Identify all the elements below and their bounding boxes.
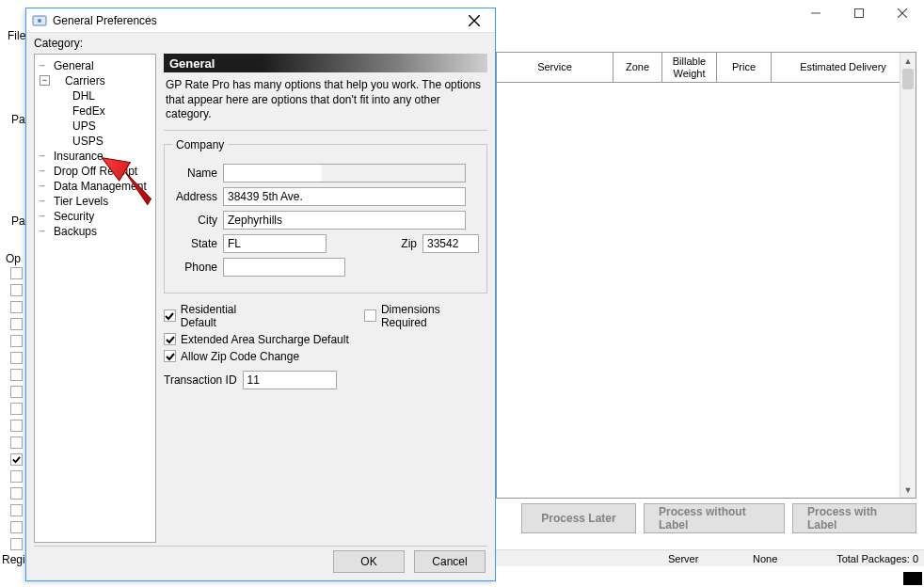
address-field[interactable] — [223, 187, 466, 206]
th-billable-weight[interactable]: Billable Weight — [662, 53, 717, 83]
process-with-label-button[interactable]: Process with Label — [792, 503, 916, 533]
dialog-close-button[interactable] — [459, 10, 489, 31]
row-allow-zip: Allow Zip Code Change — [164, 350, 487, 363]
company-fieldset: Company Name Address City State Zip Phon… — [164, 138, 487, 294]
option-checkbox-10[interactable] — [10, 436, 23, 449]
window-controls — [794, 0, 924, 26]
tree-item-general[interactable]: ····General — [37, 58, 153, 73]
tree-item-fedex[interactable]: FedEx — [37, 103, 153, 119]
address-label: Address — [172, 190, 217, 203]
process-later-button[interactable]: Process Later — [521, 503, 636, 533]
section-header: General — [164, 54, 487, 72]
transaction-id-row: Transaction ID — [164, 371, 487, 389]
tree-item-dhl[interactable]: DHL — [37, 88, 153, 103]
tree-item-insurance[interactable]: ····Insurance — [37, 149, 153, 164]
category-tree: ····General − Carriers DHL FedEx UPS USP… — [34, 54, 156, 543]
label-extended-area: Extended Area Surcharge Default — [181, 333, 349, 346]
city-label: City — [172, 214, 217, 227]
name-field[interactable] — [223, 164, 466, 182]
th-service[interactable]: Service — [497, 53, 613, 83]
dialog-bottom-separator — [34, 546, 487, 547]
tree-item-data-management[interactable]: ····Data Management — [37, 179, 153, 194]
option-checkbox-4[interactable] — [10, 335, 23, 347]
truncated-label-regi: Regi — [2, 553, 25, 566]
general-preferences-dialog: General Preferences Category: ····Genera… — [25, 8, 496, 581]
section-description: GP Rate Pro has many options that help y… — [166, 78, 486, 122]
cancel-button[interactable]: Cancel — [414, 550, 486, 573]
svg-point-5 — [38, 19, 41, 23]
right-pane: General GP Rate Pro has many options tha… — [164, 54, 487, 543]
status-server-label: Server — [668, 553, 698, 564]
rates-table: Service Zone Billable Weight Price Estim… — [496, 52, 916, 499]
th-zone[interactable]: Zone — [613, 53, 662, 83]
transaction-id-field[interactable] — [243, 371, 337, 389]
truncated-label-pa-1: Pa — [11, 113, 25, 126]
category-label: Category: — [34, 37, 487, 50]
tree-expander-icon[interactable]: − — [40, 75, 50, 86]
tree-item-backups[interactable]: ····Backups — [37, 224, 153, 239]
status-total-packages-value: 0 — [913, 553, 918, 564]
tree-item-ups[interactable]: UPS — [37, 119, 153, 134]
options-checkbox-column — [10, 267, 23, 550]
state-field[interactable] — [223, 234, 327, 253]
option-checkbox-2[interactable] — [10, 301, 23, 313]
checkbox-dimensions-required[interactable] — [364, 309, 376, 322]
tree-item-usps[interactable]: USPS — [37, 134, 153, 149]
dialog-titlebar: General Preferences — [26, 8, 495, 33]
dialog-button-row: OK Cancel — [333, 550, 486, 573]
scroll-up-icon[interactable]: ▲ — [900, 53, 916, 69]
tree-item-carriers[interactable]: − Carriers — [37, 73, 153, 88]
option-checkbox-9[interactable] — [10, 420, 23, 432]
dialog-icon — [32, 13, 47, 28]
checkbox-allow-zip[interactable] — [164, 350, 176, 362]
option-checkbox-14[interactable] — [10, 504, 23, 516]
zip-label: Zip — [372, 237, 417, 250]
scroll-thumb[interactable] — [902, 69, 914, 89]
city-field[interactable] — [223, 211, 466, 230]
process-without-label-button[interactable]: Process without Label — [644, 503, 785, 533]
divider — [164, 130, 487, 131]
tree-item-drop-off-receipt[interactable]: ····Drop Off Receipt — [37, 164, 153, 179]
option-checkbox-1[interactable] — [10, 284, 23, 296]
table-scrollbar[interactable]: ▲ ▼ — [900, 53, 916, 498]
phone-field[interactable] — [223, 258, 345, 277]
action-button-row: Process Later Process without Label Proc… — [522, 503, 916, 535]
option-checkbox-8[interactable] — [10, 403, 23, 415]
option-checkbox-3[interactable] — [10, 318, 23, 330]
table-header-row: Service Zone Billable Weight Price Estim… — [497, 53, 916, 83]
option-checkbox-13[interactable] — [10, 487, 23, 500]
scroll-down-icon[interactable]: ▼ — [900, 482, 916, 498]
company-legend: Company — [172, 138, 228, 151]
name-label: Name — [172, 167, 217, 180]
label-allow-zip: Allow Zip Code Change — [181, 350, 299, 363]
option-checkbox-0[interactable] — [10, 267, 23, 279]
label-dimensions-required: Dimensions Required — [381, 303, 487, 329]
maximize-button[interactable] — [837, 0, 881, 26]
checkbox-extended-area[interactable] — [164, 333, 176, 345]
th-price[interactable]: Price — [717, 53, 772, 83]
option-checkbox-5[interactable] — [10, 352, 23, 364]
phone-label: Phone — [172, 261, 217, 274]
svg-rect-1 — [855, 9, 864, 18]
tree-item-tier-levels[interactable]: ····Tier Levels — [37, 194, 153, 209]
row-extended-area: Extended Area Surcharge Default — [164, 333, 487, 346]
app-root: File Pa Pa Op Regi Service Zone Billable… — [0, 0, 924, 587]
truncated-label-pa-2: Pa — [11, 214, 25, 228]
status-server-value: None — [753, 553, 777, 564]
ok-button[interactable]: OK — [333, 550, 405, 573]
dialog-title: General Preferences — [53, 14, 459, 27]
checkbox-residential-default[interactable] — [164, 309, 176, 322]
th-estimated-delivery[interactable]: Estimated Delivery — [772, 53, 916, 83]
main-close-button[interactable] — [881, 0, 924, 26]
dialog-body: Category: ····General − Carriers DHL Fed… — [34, 37, 487, 543]
option-checkbox-12[interactable] — [10, 470, 23, 483]
status-total-packages: Total Packages: 0 — [836, 553, 918, 564]
option-checkbox-15[interactable] — [10, 521, 23, 533]
option-checkbox-7[interactable] — [10, 386, 23, 398]
option-checkbox-6[interactable] — [10, 369, 23, 381]
option-checkbox-16[interactable] — [10, 538, 23, 550]
option-checkbox-11[interactable] — [10, 453, 23, 466]
minimize-button[interactable] — [794, 0, 837, 26]
tree-item-security[interactable]: ····Security — [37, 209, 153, 224]
zip-field[interactable] — [422, 234, 479, 253]
